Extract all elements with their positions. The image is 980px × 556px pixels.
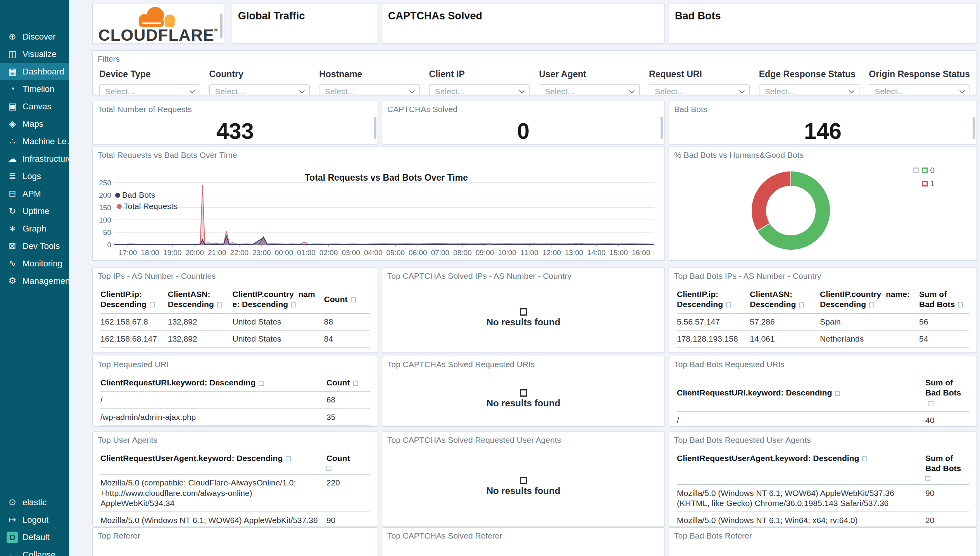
- table-row[interactable]: 162.158.67.8132,892United States88: [100, 314, 370, 331]
- table-row[interactable]: 162.158.68.147132,892United States84: [100, 331, 370, 348]
- legend-row-0[interactable]: 0: [910, 166, 935, 175]
- column-header[interactable]: Count: [324, 291, 370, 307]
- sidebar-item-user[interactable]: ⊙ elastic: [0, 494, 69, 511]
- table-header-row: ClientRequestURI.keyword: DescendingCoun…: [100, 375, 370, 392]
- legend-label: Total Requests: [124, 202, 178, 211]
- legend-item-total-requests[interactable]: Total Requests: [117, 202, 178, 211]
- sidebar-item-maps[interactable]: ◈ Maps: [0, 115, 69, 133]
- table-row[interactable]: Mozilla/5.0 (Windows NT 6.1; WOW64) Appl…: [677, 485, 969, 513]
- legend-item-bad-bots[interactable]: Bad Bots: [115, 190, 178, 200]
- panel-scrollbar[interactable]: [220, 14, 223, 38]
- column-header[interactable]: ClientASN: Descending: [168, 286, 233, 313]
- dashboard-icon: ▦: [7, 67, 18, 76]
- filter-select[interactable]: Select...: [649, 84, 750, 95]
- sidebar-item-collapse[interactable]: ← Collapse: [0, 546, 69, 556]
- time-series-chart[interactable]: 05010015020025017:0018:0019:0020:0021:00…: [97, 158, 661, 259]
- panel-scrollbar[interactable]: [374, 117, 376, 139]
- sort-icon[interactable]: [925, 476, 930, 481]
- sort-icon[interactable]: [726, 302, 731, 307]
- column-header[interactable]: ClientRequestURI.keyword: Descending: [677, 385, 925, 401]
- column-header[interactable]: Count: [326, 450, 370, 474]
- column-header[interactable]: ClientRequestUserAgent.keyword: Descendi…: [677, 450, 925, 466]
- table-row[interactable]: Mozilla/5.0 (Windows NT 6.1; WOW64) Appl…: [100, 512, 370, 526]
- table-row[interactable]: /wp-admin/admin-ajax.php35: [100, 409, 370, 426]
- sidebar-item-visualize[interactable]: ◫ Visualize: [0, 45, 69, 63]
- sidebar-item-management[interactable]: ⚙ Management: [0, 272, 69, 290]
- sidebar-item-infrastructure[interactable]: ☁ Infrastructure: [0, 150, 69, 167]
- filter-select[interactable]: Select...: [759, 84, 860, 95]
- filter-select[interactable]: Select...: [539, 84, 640, 95]
- filter-label: User Agent: [539, 69, 640, 79]
- sidebar-item-logs[interactable]: ≣ Logs: [0, 167, 69, 185]
- table-row[interactable]: /40: [677, 412, 969, 426]
- sidebar-item-space-default[interactable]: D Default: [0, 528, 69, 546]
- table-row[interactable]: 128.32.162.14525United States2: [677, 348, 969, 353]
- filter-select-placeholder: Select...: [765, 87, 850, 95]
- sidebar-item-monitoring[interactable]: ∿ Monitoring: [0, 255, 69, 272]
- table-row[interactable]: Mozilla/5.0 (Windows NT 6.1; Win64; x64;…: [677, 512, 969, 526]
- sidebar-item-machine-learning[interactable]: ∴ Machine Le…: [0, 133, 69, 150]
- filter-select[interactable]: Select...: [319, 84, 420, 95]
- column-header[interactable]: ClientIP.ip: Descending: [677, 286, 750, 313]
- sort-icon[interactable]: [928, 401, 933, 406]
- sidebar-item-canvas[interactable]: ▣ Canvas: [0, 98, 69, 115]
- table-cell: 88: [324, 314, 370, 330]
- table-header-row: ClientRequestUserAgent.keyword: Descendi…: [100, 450, 370, 475]
- column-header[interactable]: Count: [326, 375, 370, 391]
- filter-select[interactable]: Select...: [99, 84, 200, 95]
- sort-icon[interactable]: [291, 302, 296, 307]
- sort-icon[interactable]: [958, 302, 963, 307]
- space-badge: D: [7, 532, 18, 543]
- table-row[interactable]: Mozilla/5.0 (compatible; CloudFlare-Alwa…: [100, 475, 370, 512]
- column-header[interactable]: ClientIP.ip: Descending: [100, 286, 168, 313]
- column-header[interactable]: Sum of Bad Bots: [918, 552, 969, 556]
- time-chart-legend: Bad Bots Total Requests: [115, 190, 178, 213]
- sort-icon[interactable]: [353, 381, 358, 386]
- sort-icon[interactable]: [259, 381, 264, 386]
- table-row[interactable]: 178.128.193.15814,061Netherlands54: [677, 331, 969, 348]
- sort-icon[interactable]: [351, 297, 356, 302]
- column-header[interactable]: Sum of Bad Bots: [925, 375, 969, 411]
- column-header[interactable]: ClientIP.country_name: Descending: [233, 286, 324, 313]
- sort-icon[interactable]: [869, 302, 874, 307]
- user-icon: ⊙: [7, 498, 18, 507]
- column-header[interactable]: ClientASN: Descending: [750, 286, 820, 313]
- column-header-label: ClientRequestURI.keyword: Descending: [677, 388, 832, 397]
- column-header[interactable]: Sum of Bad Bots: [925, 450, 969, 484]
- table-row[interactable]: 5.56.57.14757,286Spain56: [677, 314, 969, 331]
- table-row[interactable]: /68: [100, 392, 370, 409]
- sidebar-item-discover[interactable]: ⊕ Discover: [0, 28, 69, 45]
- panel-title: Top Bad Bots Requested URIs: [669, 356, 977, 369]
- filter-select[interactable]: Select...: [869, 84, 970, 95]
- sort-icon[interactable]: [862, 456, 867, 461]
- column-header[interactable]: ClientRequestURI.keyword: Descending: [100, 375, 326, 391]
- filter-select[interactable]: Select...: [429, 84, 530, 95]
- column-header[interactable]: ClientIP.country_name: Descending: [820, 286, 919, 313]
- legend-row-1[interactable]: 1: [910, 179, 935, 188]
- table-row[interactable]: /wp-admin/admin-post.php16: [100, 426, 370, 426]
- donut-chart[interactable]: [750, 169, 832, 252]
- column-header[interactable]: Count: [326, 552, 370, 556]
- sort-icon[interactable]: [835, 391, 840, 396]
- sidebar-item-apm[interactable]: ⊟ APM: [0, 185, 69, 202]
- table-row[interactable]: 5.56.57.14757,286Spain56: [100, 348, 370, 353]
- sidebar-item-dashboard[interactable]: ▦ Dashboard: [0, 63, 69, 80]
- panel-scrollbar[interactable]: [973, 117, 975, 139]
- sort-icon[interactable]: [150, 302, 155, 307]
- sidebar-item-dev-tools[interactable]: ⊠ Dev Tools: [0, 237, 69, 255]
- sidebar-item-logout[interactable]: ↦ Logout: [0, 511, 69, 528]
- sort-icon[interactable]: [217, 302, 222, 307]
- sort-icon[interactable]: [799, 302, 804, 307]
- sidebar-item-uptime[interactable]: ↻ Uptime: [0, 202, 69, 220]
- column-header[interactable]: Sum of Bad Bots: [919, 286, 969, 313]
- sidebar-item-graph[interactable]: ∗ Graph: [0, 220, 69, 237]
- sidebar-item-timelion[interactable]: ◔ Timelion: [0, 80, 69, 98]
- sort-icon[interactable]: [326, 466, 331, 471]
- column-header[interactable]: ClientRequestUserAgent.keyword: Descendi…: [100, 450, 326, 466]
- svg-text:03:00: 03:00: [342, 249, 360, 257]
- filter-select[interactable]: Select...: [209, 84, 310, 95]
- panel-scrollbar[interactable]: [661, 117, 663, 139]
- captchas-solved-panel: CAPTCHAs Solved: [382, 3, 665, 44]
- panel-title: Top IPs - AS Number - Countries: [93, 268, 378, 281]
- sort-icon[interactable]: [286, 456, 291, 461]
